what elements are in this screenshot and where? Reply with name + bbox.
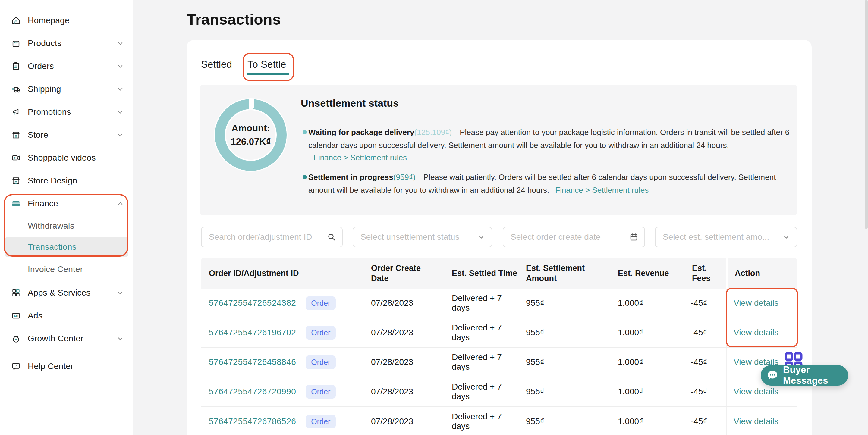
unsettlement-item-in-progress: Settlement in progress(959₫)Please wait … <box>308 171 790 197</box>
est-settlement-amount-select[interactable] <box>655 227 797 247</box>
order-create-date-picker[interactable] <box>503 227 645 247</box>
table-row: 576472554726524382Order 07/28/2023 Deliv… <box>201 289 797 318</box>
transactions-card: Settled To Settle Amount: 126.07K₫ Unset… <box>187 40 812 435</box>
svg-text:AD: AD <box>13 314 19 318</box>
sidebar-item-shoppable-videos[interactable]: Shoppable videos <box>0 146 133 169</box>
sidebar-item-label: Finance <box>28 199 58 208</box>
home-icon <box>11 15 21 26</box>
chevron-down-icon <box>116 62 124 70</box>
bullet-dot-icon <box>303 175 307 179</box>
amount-select-input[interactable] <box>655 228 782 247</box>
create-date-cell: 07/28/2023 <box>367 387 447 396</box>
sidebar-item-label: Invoice Center <box>28 265 83 274</box>
order-id-link[interactable]: 576472554726458846 <box>209 357 296 367</box>
chevron-down-icon <box>116 131 124 139</box>
est-settlement-amount-cell: 955₫ <box>521 328 613 337</box>
donut-label: Amount: <box>231 122 270 135</box>
bag-icon <box>11 38 21 48</box>
storefront-icon <box>11 130 21 140</box>
est-settled-time-cell: Delivered + 7 days <box>447 293 521 313</box>
truck-icon <box>11 84 21 94</box>
create-date-cell: 07/28/2023 <box>367 328 447 337</box>
header-est-settlement-amount: Est. Settlement Amount <box>521 263 613 283</box>
order-id-link[interactable]: 576472554726524382 <box>209 298 296 308</box>
est-fees-cell: -45₫ <box>688 387 726 396</box>
create-date-cell: 07/28/2023 <box>367 298 447 308</box>
sidebar-item-label: Growth Center <box>28 334 84 343</box>
settlement-rules-link[interactable]: Finance > Settlement rules <box>313 153 407 162</box>
sidebar-item-label: Products <box>28 39 61 48</box>
view-details-link[interactable]: View details <box>734 387 778 396</box>
bullet-amount: (125.109₫) <box>414 128 452 137</box>
sidebar-item-label: Apps & Services <box>28 288 90 298</box>
buyer-messages-button[interactable]: Buyer Messages <box>761 365 848 386</box>
order-type-badge: Order <box>306 356 336 369</box>
chat-bubble-icon <box>766 369 779 382</box>
header-est-revenue: Est. Revenue <box>613 268 688 278</box>
search-icon[interactable] <box>327 233 336 242</box>
order-type-badge: Order <box>306 415 336 428</box>
sidebar-item-label: Shipping <box>28 85 61 94</box>
sidebar-item-store-design[interactable]: Store Design <box>0 169 133 192</box>
sidebar-item-store[interactable]: Store <box>0 124 133 146</box>
sidebar-item-products[interactable]: Products <box>0 32 133 55</box>
header-est-settled-time: Est. Settled Time <box>447 268 521 278</box>
est-revenue-cell: 1.000₫ <box>613 328 688 337</box>
search-order-filter[interactable] <box>201 227 343 247</box>
sidebar-item-label: Shoppable videos <box>28 153 96 163</box>
create-date-cell: 07/28/2023 <box>367 357 447 367</box>
sidebar-item-apps-services[interactable]: Apps & Services <box>0 281 133 304</box>
unsettlement-heading: Unsettlement status <box>301 97 399 109</box>
tab-to-settle[interactable]: To Settle <box>247 59 286 70</box>
date-select-input[interactable] <box>503 228 629 247</box>
ad-icon: AD <box>11 310 21 321</box>
sidebar-item-homepage[interactable]: Homepage <box>0 9 133 32</box>
est-revenue-cell: 1.000₫ <box>613 416 688 426</box>
order-id-link[interactable]: 576472554726720990 <box>209 387 296 396</box>
settlement-rules-link[interactable]: Finance > Settlement rules <box>555 186 649 195</box>
sidebar-item-promotions[interactable]: Promotions <box>0 101 133 124</box>
sidebar-item-growth-center[interactable]: Growth Center <box>0 327 133 350</box>
table-row: 576472554726720990Order 07/28/2023 Deliv… <box>201 377 797 407</box>
scrollbar-thumb[interactable] <box>865 0 868 229</box>
est-settlement-amount-cell: 955₫ <box>521 357 613 367</box>
order-id-link[interactable]: 576472554726786526 <box>209 416 296 426</box>
chevron-down-icon <box>116 289 124 297</box>
est-revenue-cell: 1.000₫ <box>613 298 688 308</box>
donut-center: Amount: 126.07K₫ <box>225 109 277 161</box>
order-id-link[interactable]: 576472554726196702 <box>209 328 296 337</box>
chevron-down-icon <box>116 108 124 116</box>
credit-card-icon <box>11 199 21 209</box>
table-row: 576472554726786526Order 07/28/2023 Deliv… <box>201 407 797 435</box>
status-select-input[interactable] <box>353 228 477 247</box>
sidebar-item-shipping[interactable]: Shipping <box>0 78 133 101</box>
sidebar-item-transactions[interactable]: Transactions <box>5 237 128 257</box>
chevron-down-icon <box>116 335 124 342</box>
sidebar-item-label: Ads <box>28 311 42 321</box>
sidebar-item-help-center[interactable]: ? Help Center <box>0 355 133 378</box>
sidebar-item-label: Store <box>28 130 48 140</box>
sidebar-item-label: Help Center <box>28 362 73 371</box>
unsettlement-status-select[interactable] <box>352 227 492 247</box>
view-details-link[interactable]: View details <box>734 328 778 337</box>
sidebar-item-finance[interactable]: Finance <box>0 192 133 215</box>
sidebar-item-orders[interactable]: Orders <box>0 55 133 78</box>
search-input[interactable] <box>202 228 327 247</box>
header-order-id: Order ID/Adjustment ID <box>201 268 367 278</box>
sidebar-item-invoice-center[interactable]: Invoice Center <box>0 257 133 281</box>
view-details-link[interactable]: View details <box>734 416 778 426</box>
bullet-title: Settlement in progress <box>308 173 393 182</box>
unsettlement-item-waiting: Waiting for package delivery(125.109₫)Pl… <box>308 126 790 152</box>
sidebar-item-ads[interactable]: AD Ads <box>0 304 133 327</box>
sidebar-item-label: Promotions <box>28 107 71 117</box>
donut-chart: Amount: 126.07K₫ <box>215 99 287 171</box>
view-details-link[interactable]: View details <box>734 298 778 308</box>
medal-icon <box>11 333 21 344</box>
create-date-cell: 07/28/2023 <box>367 416 447 426</box>
est-settled-time-cell: Delivered + 7 days <box>447 323 521 342</box>
tab-settled[interactable]: Settled <box>201 59 232 70</box>
sidebar-item-withdrawals[interactable]: Withdrawals <box>0 215 133 237</box>
donut-value: 126.07K₫ <box>230 135 271 148</box>
page-title: Transactions <box>187 11 281 28</box>
calendar-icon <box>629 233 638 242</box>
